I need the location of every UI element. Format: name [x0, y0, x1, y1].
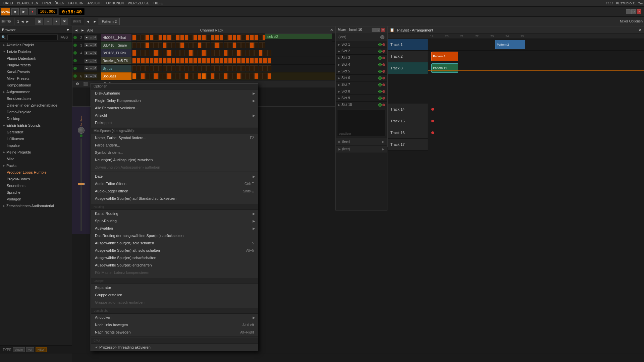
pattern-nav-prev[interactable]: ◄ — [85, 19, 91, 23]
ch-settings-5[interactable]: ⚙ — [93, 66, 97, 70]
ctx-item-disk-aufnahme[interactable]: Disk-Aufnahme ▶ — [91, 89, 258, 97]
ctx-item-entscharen[interactable]: Ausgewählte Spur(en) entschärfen — [91, 261, 258, 269]
pad-1-23[interactable] — [228, 35, 232, 41]
menu-item-ansicht[interactable]: ANSICHT — [86, 1, 104, 5]
ctx-item-routing-zurucksetzen[interactable]: Das Routing der ausgewählten Spur(en) zu… — [91, 232, 258, 239]
menu-item-hilfe[interactable]: HILFE — [151, 1, 165, 5]
browser-item-kanal-presets[interactable]: Kanal-Presets — [0, 68, 72, 75]
mixer-maximize-btn[interactable]: □ — [376, 28, 380, 32]
mixer-fader-boobass[interactable] — [78, 183, 85, 185]
mute-btn[interactable]: ✖ — [61, 18, 68, 25]
track-content-14[interactable] — [428, 104, 644, 115]
ch-mute-4[interactable]: ▶ — [85, 59, 89, 63]
browser-item-sprache[interactable]: Sprache — [0, 189, 72, 196]
slot-item-7[interactable]: ▶ Slot 7 — [336, 81, 387, 88]
pattern-block-3[interactable]: Pattern 11 — [431, 63, 458, 73]
browser-item-hullkurven[interactable]: Hüllkurven — [0, 135, 72, 142]
browser-item-plugin-presets[interactable]: Plugin-Presets — [0, 62, 72, 68]
bpm-display[interactable]: 100.000 — [38, 8, 58, 15]
pad-1-25[interactable] — [237, 35, 241, 41]
maximize-button[interactable]: □ — [631, 9, 636, 14]
channel-name-3[interactable]: Bd0168_Fi Kick — [101, 49, 131, 57]
slot-item-3[interactable]: ▶ Slot 3 — [336, 55, 387, 61]
menu-item-pattern[interactable]: PATTERN — [66, 1, 86, 5]
menu-item-datei[interactable]: DATEI — [1, 1, 15, 5]
ch-mute-2[interactable]: ▶ — [85, 43, 89, 47]
ctx-item-alle-parameter[interactable]: Alle Parameter verlinken... — [91, 104, 258, 112]
browser-item-dateien-zwischenablage[interactable]: Dateien in der Zwischenablage — [0, 102, 72, 109]
track-label-2[interactable]: Track 2 — [388, 51, 428, 62]
track-label-16[interactable]: Track 16 — [388, 127, 428, 138]
pad-1-10[interactable] — [171, 35, 175, 41]
ch-mute-5[interactable]: ▶ — [85, 66, 89, 70]
browser-item-benutzerdaten[interactable]: Benutzerdaten — [0, 95, 72, 102]
pad-1-22[interactable] — [224, 35, 228, 41]
record-button[interactable]: ● — [29, 8, 36, 15]
pad-1-15[interactable] — [193, 35, 197, 41]
channel-led-5[interactable] — [73, 67, 77, 70]
minimize-button[interactable]: _ — [626, 9, 631, 14]
browser-item-gerendert[interactable]: Gerendert — [0, 129, 72, 135]
ch-solo-5[interactable]: ● — [89, 66, 93, 70]
track-label-17[interactable]: Track 17 — [388, 139, 428, 150]
cr-tool-icon-2[interactable]: ⬛ — [82, 82, 89, 86]
slot-item-10[interactable]: ▶ Slot 10 — [336, 102, 387, 108]
ch-solo-4[interactable]: ● — [89, 59, 93, 63]
pad-1-14[interactable] — [189, 35, 193, 41]
pattern-selector[interactable]: 1 ◄ ► — [14, 18, 32, 25]
ch-mute-3[interactable]: ▶ — [85, 51, 89, 55]
ctx-item-scharfschalten[interactable]: Ausgewählte Spur(en) scharfschalten — [91, 254, 258, 261]
mixer-knob-boobass[interactable] — [78, 127, 85, 134]
ch-mute-6[interactable]: ▶ — [85, 74, 89, 78]
channel-name-4[interactable]: Reckles_DnB F6 — [101, 57, 131, 64]
browser-expand-icon[interactable]: ▼ — [66, 28, 70, 32]
search-input[interactable] — [7, 35, 58, 40]
ctx-item-gruppe-erstellen[interactable]: Gruppe erstellen... — [91, 291, 258, 299]
ctx-item-kanal-routing[interactable]: Kanal-Routing ▶ — [91, 210, 258, 217]
browser-item-meine-projekte[interactable]: ▶Meine Projekte — [0, 149, 72, 156]
track-content-1[interactable]: Pattern 2 — [428, 39, 644, 50]
pattern-block-2[interactable]: Pattern 4 — [431, 52, 458, 61]
track-content-17[interactable] — [428, 139, 644, 150]
track-content-15[interactable] — [428, 115, 644, 127]
slot-item-4[interactable]: ▶ Slot 4 — [336, 61, 387, 68]
ctx-item-spur-routing[interactable]: Spur-Routing ▶ — [91, 217, 258, 225]
channel-led-4[interactable] — [73, 59, 77, 62]
link-btn[interactable]: ⚭ — [53, 18, 60, 25]
browser-item-demo-projekte[interactable]: Demo-Projekte — [0, 109, 72, 115]
cr-tool-icon-1[interactable]: ⚙ — [74, 82, 80, 86]
stop-button[interactable]: ■ — [11, 8, 19, 15]
ctx-item-audio-editor[interactable]: Audio-Editor öffnen Ctrl+E — [91, 180, 258, 187]
pad-1-29[interactable] — [254, 35, 258, 41]
pad-1-4[interactable] — [145, 35, 149, 41]
slot-item-2[interactable]: ▶ Slot 2 — [336, 48, 387, 55]
pad-1-18[interactable] — [206, 35, 210, 41]
pad-1-28[interactable] — [250, 35, 254, 41]
channel-name-1[interactable]: Hh0068__Hihat — [101, 34, 131, 41]
ch-settings-1[interactable]: ⚙ — [93, 36, 97, 40]
pad-1-9[interactable] — [167, 35, 171, 41]
pad-1-17[interactable] — [202, 35, 206, 41]
pad-1-2[interactable] — [137, 35, 141, 41]
pattern-name-display[interactable]: Pattern 2 — [99, 18, 120, 25]
menu-item-optionen[interactable]: OPTIONEN — [104, 1, 126, 5]
slot-item-1[interactable]: ▶ Slot 1 — [336, 41, 387, 48]
ctx-item-andocken[interactable]: Andocken ▶ — [91, 314, 258, 321]
ctx-item-ansicht[interactable]: Ansicht ▶ — [91, 112, 258, 119]
browser-item-vorlagen[interactable]: Vorlagen — [0, 196, 72, 202]
ctx-item-entkoppelt[interactable]: Entkoppelt — [91, 119, 258, 126]
browser-item-soundfonts[interactable]: Soundfonts — [0, 182, 72, 189]
ctx-item-solo-schalten[interactable]: Ausgewählte Spur(en) solo schalten 5 — [91, 239, 258, 247]
browser-item-plugin-datenbank[interactable]: Plugin-Datenbank — [0, 55, 72, 62]
channel-name-5[interactable]: Sytrus — [101, 65, 131, 72]
channel-rack-nav-prev[interactable]: ◄ — [74, 28, 78, 32]
mixer-empty-top[interactable]: (leer) — [336, 33, 387, 41]
channel-rack-close-icon[interactable]: ✕ — [330, 28, 333, 32]
pad-1-20[interactable] — [215, 35, 219, 41]
ctx-item-nach-rechts[interactable]: Nach rechts bewegen Alt+Right — [91, 328, 258, 336]
menu-item-bearbeiten[interactable]: BEARBEITEN — [15, 1, 40, 5]
ctx-item-auswahlen[interactable]: Auswählen ▶ — [91, 225, 258, 232]
ch-mute-1[interactable]: ▶ — [85, 36, 89, 40]
slot-item-5[interactable]: ▶ Slot 5 — [336, 68, 387, 75]
pad-1-1[interactable] — [132, 35, 136, 41]
